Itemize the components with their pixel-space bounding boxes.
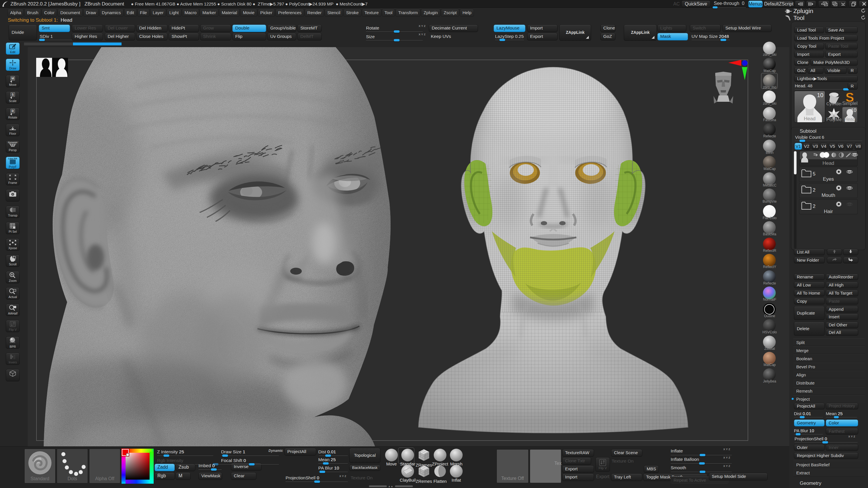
svg-text:M: M bbox=[11, 76, 14, 80]
svg-text:↕↔: ↕↔ bbox=[11, 125, 14, 127]
svg-text:S: S bbox=[11, 93, 13, 96]
svg-text:R: R bbox=[11, 109, 14, 113]
svg-text:Line Fill: Line Fill bbox=[8, 157, 17, 160]
svg-text:Dynamic: Dynamic bbox=[8, 141, 18, 144]
